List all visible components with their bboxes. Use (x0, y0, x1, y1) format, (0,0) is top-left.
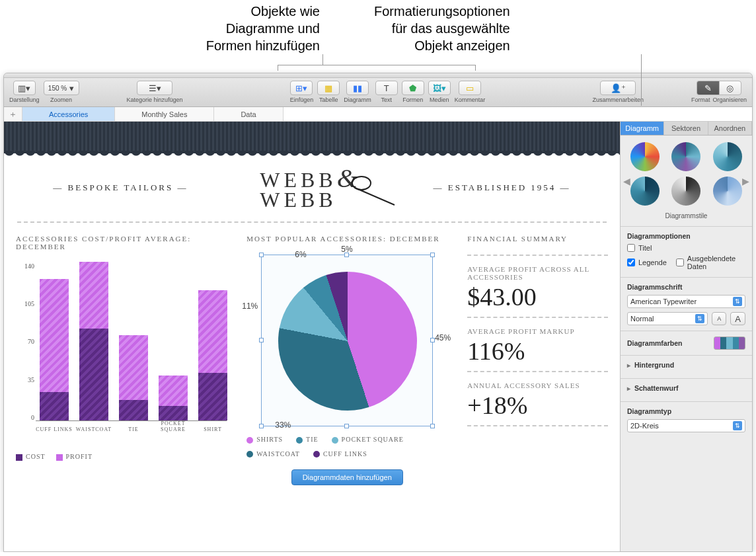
pie-chart-title: MOST POPULAR ACCESSORIES: DECEMBER (246, 235, 447, 243)
plus-icon: ＋ (9, 110, 17, 118)
insert-icon: ⊞▾ (295, 84, 307, 93)
hero-row: — BESPOKE TAILORS — WEBB& WEBB — ESTABLI… (4, 153, 620, 216)
chart-style-thumb[interactable] (630, 177, 660, 206)
styles-caption: Diagrammstile (665, 212, 708, 219)
section-heading: Diagrammoptionen (627, 232, 745, 240)
legend-label: PROFIT (66, 453, 93, 460)
table-button[interactable]: ▦ (317, 81, 340, 95)
font-style-select[interactable]: Normal⇅ (627, 312, 708, 325)
sheet-tab-accessories[interactable]: Accessories (22, 107, 115, 121)
inspector-tab-arrange[interactable]: Anordnen (708, 122, 752, 135)
chart-style-thumb[interactable] (630, 142, 660, 171)
summary-label-2: AVERAGE PROFIT MARKUP (467, 327, 608, 335)
summary-value-1: $43.00 (467, 282, 608, 311)
format-button[interactable]: ✎ (697, 81, 719, 95)
font-larger-button[interactable]: A (730, 312, 745, 325)
resize-handle[interactable] (344, 424, 349, 428)
select-value: 2D-Kreis (630, 422, 659, 430)
sheet-tab-monthly-sales[interactable]: Monthly Sales (115, 107, 214, 121)
brand-line-2: WEBB (260, 188, 336, 212)
comment-label: Kommentar (455, 97, 486, 103)
chart-colors-section: Diagrammfarben (621, 331, 752, 355)
select-value: Normal (630, 315, 654, 323)
bar-chart-title: ACCESSORIES COST/PROFIT AVERAGE: DECEMBE… (16, 235, 227, 251)
view-label: Darstellung (9, 97, 40, 103)
bar-chart[interactable]: 140 105 70 35 0 CUFF LINKS WAISTCOAT TIE… (16, 262, 227, 448)
list-icon: ☰▾ (149, 84, 161, 93)
spreadsheet-canvas[interactable]: — BESPOKE TAILORS — WEBB& WEBB — ESTABLI… (4, 122, 620, 551)
chart-style-thumb[interactable] (671, 142, 700, 171)
chevron-updown-icon: ⇅ (733, 421, 742, 430)
organize-icon: ◎ (726, 84, 734, 93)
add-chart-data-button[interactable]: Diagrammdaten hinzufügen (291, 469, 403, 485)
shapes-button[interactable]: ⬟ (402, 81, 424, 95)
collaborate-button[interactable]: 👤⁺ (600, 81, 636, 95)
section-heading: Hintergrund (627, 361, 745, 369)
format-inspector: Diagramm Sektoren Anordnen ◀ ▶ Diagramms… (620, 122, 752, 551)
chart-button[interactable]: ▮▮ (346, 81, 369, 95)
add-sheet-button[interactable]: ＋ (4, 107, 22, 121)
legend-label: COST (26, 453, 46, 460)
app-window: ▥▾ Darstellung 150 %▾ Zoomen ☰▾ Kategori… (3, 73, 753, 552)
ytick: 70 (16, 338, 34, 345)
section-heading: Diagrammfarben (627, 339, 682, 347)
chart-type-select[interactable]: 2D-Kreis⇅ (627, 419, 745, 432)
annotation-connector (322, 54, 323, 65)
ytick: 105 (16, 300, 34, 307)
text-button[interactable]: T (375, 81, 398, 95)
option-hidden-checkbox[interactable]: Ausgeblendete Daten (676, 255, 745, 270)
font-smaller-button[interactable]: A (712, 312, 726, 325)
needle-icon (348, 173, 401, 206)
pie-legend: SHIRTS TIE POCKET SQUARE WAISTCOAT CUFF … (246, 436, 447, 457)
resize-handle[interactable] (430, 253, 435, 257)
chart-style-thumb[interactable] (713, 142, 742, 171)
font-family-select[interactable]: American Typewriter⇅ (627, 295, 745, 308)
summary-label-1: AVERAGE PROFIT ACROSS ALL ACCESSORIES (467, 265, 608, 281)
legend-swatch (16, 454, 22, 461)
inspector-tab-wedges[interactable]: Sektoren (664, 122, 708, 135)
divider (467, 371, 608, 372)
zoom-select[interactable]: 150 %▾ (44, 81, 79, 95)
insert-button[interactable]: ⊞▾ (290, 81, 313, 95)
xtick: POCKET SQUARE (153, 420, 193, 432)
legend-label: POCKET SQUARE (342, 436, 404, 443)
brand-logo: WEBB& WEBB (260, 167, 361, 210)
annotation-area: Objekte wie Diagramme und Formen hinzufü… (0, 0, 756, 73)
divider (467, 255, 608, 256)
option-label: Ausgeblendete Daten (687, 255, 745, 270)
chart-style-thumb[interactable] (713, 177, 742, 206)
comment-button[interactable]: ▭ (459, 81, 481, 95)
resize-handle[interactable] (259, 424, 264, 428)
organize-button[interactable]: ◎ (719, 81, 741, 95)
option-legend-checkbox[interactable]: Legende (627, 255, 667, 270)
resize-handle[interactable] (430, 338, 435, 342)
format-label: Format (691, 97, 710, 103)
option-label: Legende (638, 258, 667, 266)
view-button[interactable]: ▥▾ (13, 81, 36, 95)
xtick: TIE (114, 426, 153, 432)
chevron-down-icon: ▾ (69, 84, 74, 93)
sheet-tab-data[interactable]: Data (214, 107, 283, 121)
add-category-button[interactable]: ☰▾ (137, 81, 172, 95)
pie-slice-label: 6% (295, 250, 306, 259)
resize-handle[interactable] (430, 424, 435, 428)
pie-slice-label: 45% (435, 333, 451, 342)
xtick: CUFF LINKS (34, 426, 74, 432)
inspector-tab-chart[interactable]: Diagramm (621, 122, 664, 135)
shadow-section[interactable]: Schattenwurf (621, 378, 752, 401)
collab-label: Zusammenarbeiten (592, 97, 644, 103)
text-label: Text (381, 97, 393, 103)
option-title-checkbox[interactable]: Titel (627, 244, 745, 252)
chart-style-thumb[interactable] (671, 177, 700, 206)
toolbar: ▥▾ Darstellung 150 %▾ Zoomen ☰▾ Kategori… (4, 78, 752, 107)
pie-chart-selected[interactable]: 45% 33% 11% 6% 5% (261, 255, 433, 426)
window-titlebar[interactable] (4, 73, 752, 78)
background-section[interactable]: Hintergrund (621, 355, 752, 378)
color-swatches-button[interactable] (714, 337, 745, 350)
resize-handle[interactable] (259, 253, 264, 257)
media-button[interactable]: 🖼▾ (428, 81, 451, 95)
text-icon: T (384, 84, 389, 93)
resize-handle[interactable] (259, 338, 264, 342)
comment-icon: ▭ (466, 84, 474, 93)
summary-value-3: +18% (467, 391, 608, 420)
